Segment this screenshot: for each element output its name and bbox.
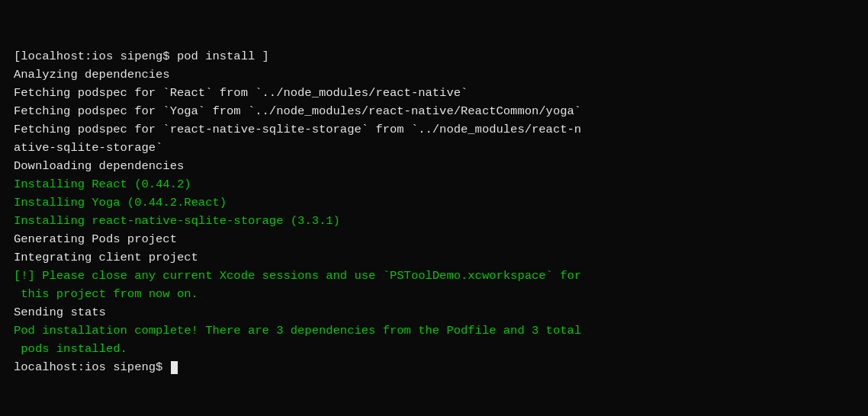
terminal-line: Downloading dependencies xyxy=(14,157,854,175)
terminal-line: Installing react-native-sqlite-storage (… xyxy=(14,212,854,230)
terminal-line: Fetching podspec for `React` from `../no… xyxy=(14,84,854,102)
terminal-line: Installing React (0.44.2) xyxy=(14,175,854,194)
terminal-line: this project from now on. xyxy=(14,285,854,303)
terminal-line: Pod installation complete! There are 3 d… xyxy=(14,322,854,340)
terminal-line: localhost:ios sipeng$ xyxy=(14,358,854,376)
terminal-cursor xyxy=(171,361,178,374)
terminal-output: [localhost:ios sipeng$ pod install ]Anal… xyxy=(14,47,854,376)
terminal-window[interactable]: [localhost:ios sipeng$ pod install ]Anal… xyxy=(0,0,868,416)
terminal-line: Fetching podspec for `react-native-sqlit… xyxy=(14,120,854,139)
terminal-line: [localhost:ios sipeng$ pod install ] xyxy=(14,47,854,66)
terminal-line: Integrating client project xyxy=(14,248,854,267)
terminal-line: ative-sqlite-storage` xyxy=(14,139,854,157)
terminal-line: Analyzing dependencies xyxy=(14,66,854,84)
terminal-line: pods installed. xyxy=(14,340,854,358)
terminal-line: Sending stats xyxy=(14,303,854,322)
terminal-line: Fetching podspec for `Yoga` from `../nod… xyxy=(14,102,854,120)
terminal-line: [!] Please close any current Xcode sessi… xyxy=(14,267,854,285)
terminal-line: Generating Pods project xyxy=(14,230,854,248)
terminal-line: Installing Yoga (0.44.2.React) xyxy=(14,194,854,212)
